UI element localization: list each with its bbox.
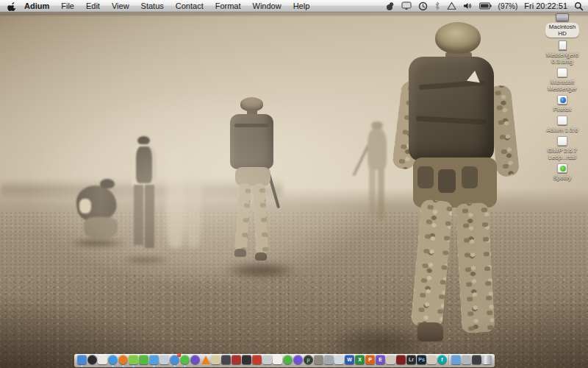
dock-dvd-player-icon[interactable] [190, 355, 200, 365]
dock-itunes-icon[interactable] [170, 355, 179, 365]
menu-contact[interactable]: Contact [176, 1, 204, 10]
running-indicator [173, 365, 176, 367]
menubar: AdiumFileEditViewStatusContactFormatWind… [0, 0, 588, 13]
desktop-icon-spotify[interactable]: Spotify [553, 163, 571, 181]
dock-dashboard-icon[interactable] [87, 355, 97, 365]
desktop-icon-microsoft-messenger[interactable]: Microsoft Messenger [548, 68, 577, 92]
dock-iphoto-icon[interactable] [211, 355, 220, 365]
dock-theater-app-icon[interactable] [386, 355, 395, 365]
bluetooth-icon[interactable] [434, 1, 440, 10]
menu-status[interactable]: Status [141, 1, 164, 10]
system-preferences-glyph [324, 355, 334, 364]
desktop-area: Macintosh HDMessenger6 0.3.dmgMicrosoft … [0, 13, 588, 368]
dock-chat-icon[interactable] [149, 355, 159, 365]
dock-acrobat-red-icon[interactable] [396, 355, 406, 365]
desktop-icon-macintosh-hd[interactable]: Macintosh HD [545, 13, 579, 38]
utorrent-glyph: µ [304, 355, 313, 364]
dock-image-capture-icon[interactable] [242, 355, 251, 365]
dock-firefox-icon[interactable] [118, 355, 128, 365]
dock-vlc-icon[interactable] [201, 355, 210, 365]
battery-percent[interactable]: (97%) [498, 2, 518, 10]
textedit-glyph [273, 355, 282, 364]
excel-glyph: X [355, 355, 365, 364]
dock-entourage-icon[interactable]: E [376, 355, 385, 365]
menu-format[interactable]: Format [215, 1, 241, 10]
dock-word-icon[interactable]: W [345, 355, 354, 365]
dock-utilities-stack-icon[interactable] [472, 355, 481, 365]
dock-photoshop-icon[interactable]: Ps [417, 355, 426, 365]
airport-icon[interactable] [447, 1, 456, 10]
running-indicator [81, 365, 83, 367]
desktop-icon-adium-1-3-6[interactable]: Adium 1.3.6 [547, 116, 578, 133]
spotlight-icon[interactable] [574, 1, 584, 11]
dock-spotify-icon[interactable] [180, 355, 190, 365]
dock-documents-folder-icon[interactable] [451, 355, 461, 365]
downloads-stack-glyph [462, 355, 471, 364]
lightroom-glyph: Lr [406, 355, 416, 364]
displays-icon[interactable] [401, 1, 412, 10]
volume-icon[interactable] [463, 1, 473, 10]
running-indicator [122, 365, 124, 367]
dvd-player-glyph [190, 355, 200, 364]
dock-gimp-icon[interactable] [427, 355, 437, 365]
dock-flash-icon[interactable]: f [437, 355, 447, 365]
wallpaper-figure-foreground-soldier [397, 22, 520, 361]
menu-window[interactable]: Window [253, 1, 282, 10]
theater-app-glyph [386, 355, 395, 364]
running-indicator [153, 365, 155, 367]
desktop-icon-label: Macintosh HD [545, 23, 579, 38]
dock-calendar-icon[interactable] [98, 355, 107, 365]
menu-file[interactable]: File [61, 1, 74, 10]
dock-powerpoint-icon[interactable]: P [365, 355, 375, 365]
desktop-icon-messenger6-0-3-dmg[interactable]: Messenger6 0.3.dmg [546, 40, 578, 65]
chat-glyph [149, 355, 159, 364]
dock-ipod-icon[interactable] [262, 355, 272, 365]
apple-menu-icon[interactable] [7, 1, 17, 11]
photo-booth-glyph [221, 355, 231, 364]
menubar-status-area: (97%) Fri 20:22:51 [385, 1, 584, 11]
dock-statue-app-icon[interactable] [314, 355, 323, 365]
powerpoint-glyph: P [365, 355, 375, 364]
dock-items: µWXPELrPsf [77, 355, 492, 365]
dock-downloads-stack-icon[interactable] [462, 355, 471, 365]
dock-excel-icon[interactable]: X [355, 355, 365, 365]
document-file-icon [559, 40, 567, 50]
desktop-icon-label: Adium 1.3.6 [547, 127, 578, 133]
dock-adium-icon[interactable] [129, 355, 138, 365]
dock-trash-icon[interactable] [482, 355, 492, 365]
menubar-clock[interactable]: Fri 20:22:51 [524, 1, 567, 10]
dock-front-row-icon[interactable] [252, 355, 262, 365]
dock-finder-icon[interactable] [77, 355, 87, 365]
diskimage-file-icon [557, 116, 567, 125]
dock-utorrent-icon[interactable]: µ [304, 355, 313, 365]
desktop-icon-gimp-2-6-7-leop-rsal[interactable]: GIMP 2.6.7 Leop...rsal [548, 136, 577, 160]
dock-calculator-icon[interactable] [334, 355, 344, 365]
dock-red-book-app-icon[interactable] [232, 355, 241, 365]
menu-help[interactable]: Help [293, 1, 310, 10]
firefox-glyph [118, 355, 128, 364]
menu-edit[interactable]: Edit [86, 1, 100, 10]
desktop-icon-label: GIMP 2.6.7 Leop...rsal [548, 147, 577, 160]
dashboard-glyph [87, 355, 97, 364]
dock-photo-booth-icon[interactable] [221, 355, 231, 365]
battery-icon[interactable] [479, 2, 492, 10]
dock-lightroom-icon[interactable]: Lr [406, 355, 416, 365]
dock-messenger-icon[interactable] [139, 355, 148, 365]
wallpaper-figure-ghost-2 [185, 158, 201, 248]
menu-view[interactable]: View [112, 1, 129, 10]
dock-system-preferences-icon[interactable] [324, 355, 334, 365]
menu-adium[interactable]: Adium [24, 1, 49, 10]
dock-green-circle-app-icon[interactable] [283, 355, 293, 365]
wallpaper-desert-soldiers-photo [0, 13, 588, 368]
adium-status-icon[interactable] [385, 1, 395, 11]
dock-preview-icon[interactable] [159, 355, 169, 365]
iphoto-glyph [211, 355, 220, 364]
wallpaper-figure-ghost-1 [166, 151, 185, 248]
acrobat-red-glyph [396, 355, 406, 364]
clock-icon[interactable] [418, 1, 428, 11]
desktop-icon-firefox[interactable]: Firefox [553, 95, 571, 113]
diskimage-file-icon [557, 136, 567, 146]
dock-textedit-icon[interactable] [273, 355, 282, 365]
dock-safari-icon[interactable] [108, 355, 118, 365]
dock-quicktime-icon[interactable] [293, 355, 303, 365]
